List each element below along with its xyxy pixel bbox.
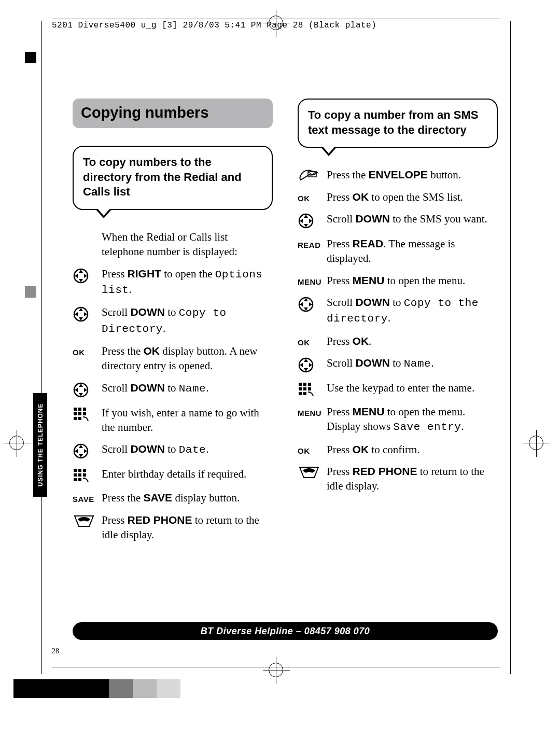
- steps-list: Press the ENVELOPE button.OKPress OK to …: [298, 167, 498, 493]
- step-text: Press OK to confirm.: [327, 442, 498, 457]
- crop-mark: [510, 21, 511, 674]
- envelope-icon: [298, 169, 319, 182]
- registration-mark-icon: [9, 436, 24, 450]
- step-row: Scroll DOWN to Name.: [73, 381, 273, 398]
- step-text: Scroll DOWN to Name.: [102, 381, 273, 396]
- nav-icon: [298, 296, 314, 313]
- step-text: Press MENU to open the menu. Display sho…: [327, 404, 498, 435]
- print-header: 5201 Diverse5400 u_g [3] 29/8/03 5:41 PM…: [52, 21, 376, 30]
- step-keyword: READ: [298, 237, 321, 250]
- step-row: Press RED PHONE to return to the idle di…: [298, 464, 498, 494]
- callout-box: To copy a number from an SMS text messag…: [298, 99, 498, 148]
- step-text: Press OK to open the SMS list.: [327, 190, 498, 204]
- swatch: [37, 679, 61, 698]
- nav-icon: [298, 213, 314, 229]
- registration-mark-icon: [269, 663, 283, 677]
- step-row: Press RIGHT to open the Options list.: [73, 267, 273, 298]
- step-text: Press READ. The message is displayed.: [327, 236, 498, 266]
- page-edge-tab: [25, 52, 36, 63]
- nav-icon: [298, 357, 314, 373]
- swatch: [85, 679, 109, 698]
- step-text: Press the ENVELOPE button.: [327, 167, 498, 182]
- nav-icon: [73, 268, 89, 284]
- right-column: To copy a number from an SMS text messag…: [298, 99, 498, 542]
- swatch: [61, 679, 85, 698]
- step-row: Scroll DOWN to Copy to Directory.: [73, 305, 273, 337]
- step-text: Press RED PHONE to return to the idle di…: [327, 464, 498, 494]
- registration-mark-icon: [529, 436, 543, 450]
- step-text: Press OK.: [327, 334, 498, 348]
- section-title: Copying numbers: [73, 99, 273, 128]
- step-row: MENUPress MENU to open the menu. Display…: [298, 404, 498, 435]
- swatch: [133, 679, 157, 698]
- step-keyword: OK: [298, 335, 310, 348]
- step-keyword: MENU: [298, 274, 321, 287]
- step-keyword: OK: [298, 191, 310, 204]
- step-text: Press the OK display button. A new direc…: [102, 344, 273, 373]
- step-text: Use the keypad to enter the name.: [327, 381, 498, 395]
- steps-list: When the Redial or Calls list telephone …: [73, 230, 273, 542]
- keypad-icon: [298, 382, 314, 397]
- keypad-icon: [73, 407, 89, 422]
- nav-icon: [73, 443, 89, 459]
- intro-text: When the Redial or Calls list telephone …: [73, 230, 273, 259]
- swatch: [109, 679, 133, 698]
- nav-icon: [73, 382, 89, 398]
- step-text: Scroll DOWN to Copy to Directory.: [102, 305, 273, 337]
- step-text: Scroll DOWN to Date.: [102, 442, 273, 457]
- step-text: Scroll DOWN to Copy to the directory.: [327, 295, 498, 327]
- step-text: If you wish, enter a name to go with the…: [102, 406, 273, 435]
- step-row: Press RED PHONE to return to the idle di…: [73, 513, 273, 542]
- page-number: 28: [52, 647, 59, 655]
- callout-box: To copy numbers to the directory from th…: [73, 146, 273, 210]
- step-text: Enter birthday details if required.: [102, 467, 273, 481]
- step-text: Press RED PHONE to return to the idle di…: [102, 513, 273, 542]
- step-row: OKPress OK.: [298, 334, 498, 348]
- nav-icon: [73, 306, 89, 323]
- swatch: [13, 679, 37, 698]
- step-row: If you wish, enter a name to go with the…: [73, 406, 273, 435]
- red-phone-icon: [73, 514, 95, 527]
- section-side-tab: USING THE TELEPHONE: [33, 393, 47, 497]
- left-column: Copying numbers To copy numbers to the d…: [73, 99, 273, 542]
- step-text: Scroll DOWN to the SMS you want.: [327, 212, 498, 226]
- step-row: SAVEPress the SAVE display button.: [73, 491, 273, 505]
- step-row: Enter birthday details if required.: [73, 467, 273, 483]
- step-row: Scroll DOWN to Date.: [73, 442, 273, 459]
- crop-mark: [41, 21, 42, 674]
- footer-helpline: BT Diverse Helpline – 08457 908 070: [73, 622, 498, 640]
- step-row: READPress READ. The message is displayed…: [298, 236, 498, 266]
- step-row: Scroll DOWN to Name.: [298, 356, 498, 373]
- step-row: Scroll DOWN to the SMS you want.: [298, 212, 498, 229]
- step-row: Scroll DOWN to Copy to the directory.: [298, 295, 498, 327]
- step-text: Press MENU to open the menu.: [327, 273, 498, 288]
- step-row: Press the ENVELOPE button.: [298, 167, 498, 182]
- step-row: MENUPress MENU to open the menu.: [298, 273, 498, 288]
- step-keyword: OK: [298, 443, 310, 456]
- step-text: Press RIGHT to open the Options list.: [102, 267, 273, 298]
- page-edge-tab-grey: [25, 286, 36, 298]
- step-row: OKPress OK to confirm.: [298, 442, 498, 457]
- colour-swatches: [13, 679, 180, 698]
- step-keyword: SAVE: [73, 492, 94, 505]
- red-phone-icon: [298, 465, 320, 479]
- swatch: [157, 679, 180, 698]
- section-side-label: USING THE TELEPHONE: [37, 403, 44, 486]
- step-keyword: MENU: [298, 406, 321, 418]
- step-text: Scroll DOWN to Name.: [327, 356, 498, 371]
- step-row: Use the keypad to enter the name.: [298, 381, 498, 397]
- step-row: OKPress the OK display button. A new dir…: [73, 344, 273, 373]
- step-row: OKPress OK to open the SMS list.: [298, 190, 498, 204]
- step-text: Press the SAVE display button.: [102, 491, 273, 505]
- keypad-icon: [73, 468, 89, 483]
- step-keyword: OK: [73, 345, 85, 358]
